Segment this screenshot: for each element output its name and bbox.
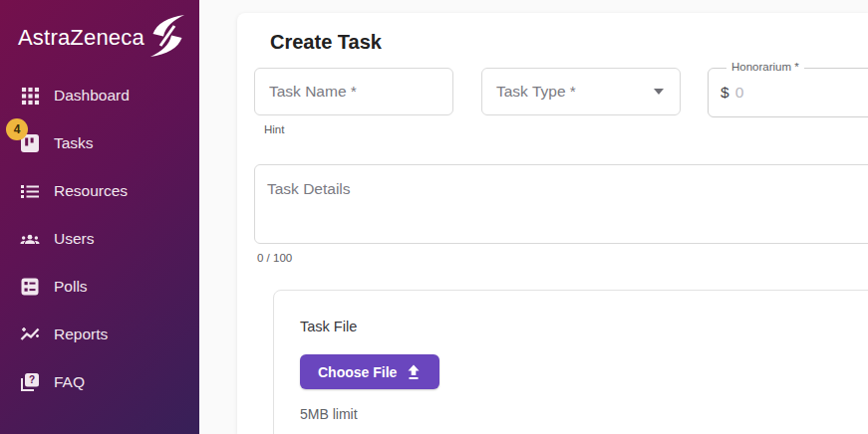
sidebar-item-label: Polls xyxy=(54,278,88,296)
polls-ballot-icon xyxy=(20,277,40,297)
dashboard-grid-icon xyxy=(20,86,40,106)
honorarium-input[interactable] xyxy=(735,84,855,102)
task-name-hint: Hint xyxy=(264,123,284,135)
sidebar-item-polls[interactable]: Polls xyxy=(20,274,189,300)
honorarium-field[interactable]: Honorarium * $ xyxy=(708,68,868,117)
sidebar-item-users[interactable]: Users xyxy=(20,226,189,252)
tasks-count-badge: 4 xyxy=(6,118,28,140)
sidebar-item-dashboard[interactable]: Dashboard xyxy=(20,83,189,108)
sidebar-item-label: Tasks xyxy=(54,134,94,152)
sidebar-item-label: FAQ xyxy=(54,373,85,391)
faq-quiz-icon: ? xyxy=(20,372,40,392)
honorarium-label: Honorarium * xyxy=(726,61,804,73)
users-group-icon xyxy=(20,229,40,249)
task-file-title: Task File xyxy=(300,319,357,334)
upload-icon xyxy=(406,364,422,380)
sidebar-item-reports[interactable]: Reports xyxy=(20,322,189,347)
sidebar: AstraZeneca 4 Dashboard xyxy=(0,0,199,434)
sidebar-item-label: Reports xyxy=(54,326,108,343)
list-icon xyxy=(20,181,40,201)
sidebar-item-faq[interactable]: ? FAQ xyxy=(20,369,189,395)
sidebar-item-label: Users xyxy=(54,230,94,248)
brand-name: AstraZeneca xyxy=(18,25,145,51)
reports-insights-icon xyxy=(20,325,40,344)
create-task-card: Create Task Task Type * Honorarium * $ H… xyxy=(237,13,868,434)
app-window: AstraZeneca 4 Dashboard xyxy=(0,0,868,434)
currency-prefix: $ xyxy=(721,84,729,102)
sidebar-item-resources[interactable]: Resources xyxy=(20,178,189,204)
page-title: Create Task xyxy=(270,31,382,54)
task-details-textarea[interactable] xyxy=(254,164,868,244)
task-type-placeholder: Task Type * xyxy=(496,83,654,101)
chevron-down-icon xyxy=(654,89,664,95)
sidebar-item-tasks[interactable]: Tasks xyxy=(20,130,189,156)
task-name-input[interactable] xyxy=(254,68,453,115)
sidebar-item-label: Dashboard xyxy=(54,87,130,105)
brand-logo: AstraZeneca xyxy=(18,18,188,58)
astrazeneca-swoosh-icon xyxy=(146,14,188,58)
sidebar-item-label: Resources xyxy=(54,182,128,200)
svg-text:?: ? xyxy=(29,374,35,385)
task-file-card: Task File Choose File 5MB limit xyxy=(273,290,868,434)
character-counter: 0 / 100 xyxy=(257,252,292,264)
choose-file-button[interactable]: Choose File xyxy=(300,354,439,389)
task-type-select[interactable]: Task Type * xyxy=(481,68,681,115)
choose-file-label: Choose File xyxy=(318,364,397,380)
file-size-limit: 5MB limit xyxy=(300,406,358,422)
